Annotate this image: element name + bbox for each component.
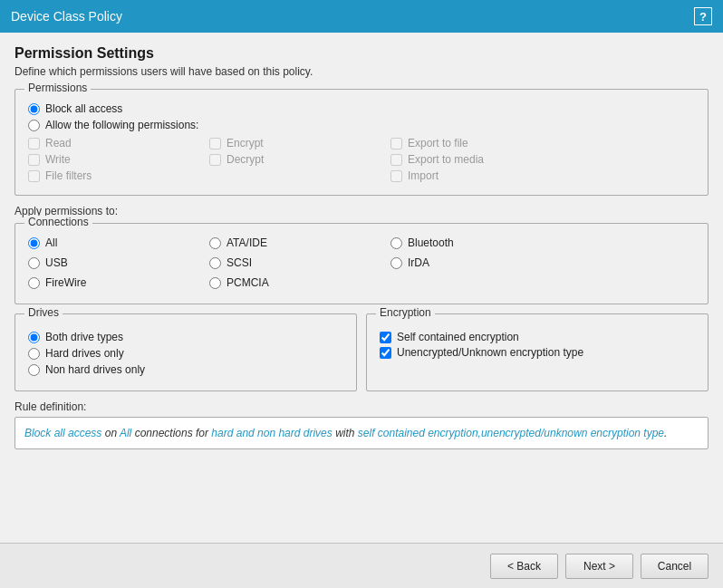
connections-group-label: Connections bbox=[24, 216, 92, 228]
connection-usb-label[interactable]: USB bbox=[45, 256, 68, 269]
unencrypted-checkbox[interactable] bbox=[380, 347, 391, 359]
drive-hard-label[interactable]: Hard drives only bbox=[45, 347, 124, 360]
rule-definition-label: Rule definition: bbox=[14, 400, 709, 413]
read-checkbox[interactable] bbox=[28, 138, 40, 149]
connection-all-radio[interactable] bbox=[28, 237, 40, 249]
export-file-label[interactable]: Export to file bbox=[408, 137, 468, 149]
rule-prefix: Block all access bbox=[24, 427, 101, 439]
drive-both-label[interactable]: Both drive types bbox=[45, 331, 123, 343]
allow-following-radio[interactable] bbox=[28, 120, 40, 131]
connection-all-label[interactable]: All bbox=[45, 236, 57, 249]
connection-scsi-label[interactable]: SCSI bbox=[227, 256, 252, 269]
encryption-group-label: Encryption bbox=[376, 306, 435, 319]
self-contained-label[interactable]: Self contained encryption bbox=[397, 331, 519, 343]
self-contained-checkbox[interactable] bbox=[380, 332, 391, 343]
permissions-group: Permissions Block all access Allow the f… bbox=[14, 89, 709, 196]
encrypt-checkbox[interactable] bbox=[209, 138, 221, 149]
cancel-button[interactable]: Cancel bbox=[641, 554, 709, 579]
apply-permissions-label: Apply permissions to: bbox=[14, 205, 709, 217]
connection-irda-label[interactable]: IrDA bbox=[408, 256, 429, 269]
title-bar-title: Device Class Policy bbox=[11, 9, 122, 24]
rule-def-text: Block all access on All connections for … bbox=[24, 427, 667, 439]
connection-ata-label[interactable]: ATA/IDE bbox=[227, 236, 267, 249]
write-label[interactable]: Write bbox=[45, 153, 71, 166]
rule-all: All bbox=[120, 427, 131, 439]
write-checkbox[interactable] bbox=[28, 154, 40, 166]
rule-on: on bbox=[101, 427, 120, 439]
drives-group-label: Drives bbox=[24, 306, 63, 319]
decrypt-checkbox[interactable] bbox=[209, 154, 221, 166]
export-media-checkbox[interactable] bbox=[390, 154, 402, 166]
rule-drive-type: hard and non hard drives bbox=[211, 427, 332, 439]
encryption-group: Encryption Self contained encryption Une… bbox=[366, 313, 709, 391]
allow-following-label[interactable]: Allow the following permissions: bbox=[45, 119, 198, 131]
read-label[interactable]: Read bbox=[45, 137, 72, 149]
drives-group: Drives Both drive types Hard drives only… bbox=[14, 313, 357, 391]
connection-pcmcia-radio[interactable] bbox=[209, 277, 221, 289]
connection-irda-radio[interactable] bbox=[390, 257, 402, 269]
drive-nonhard-label[interactable]: Non hard drives only bbox=[45, 363, 145, 376]
export-file-checkbox[interactable] bbox=[390, 138, 402, 149]
connection-ata-radio[interactable] bbox=[209, 237, 221, 249]
drive-hard-radio[interactable] bbox=[28, 348, 40, 360]
rule-with: with bbox=[333, 427, 358, 439]
bottom-panels: Drives Both drive types Hard drives only… bbox=[14, 313, 709, 391]
help-button[interactable]: ? bbox=[694, 7, 712, 25]
title-bar: Device Class Policy ? bbox=[0, 0, 723, 33]
page-title: Permission Settings bbox=[14, 45, 709, 62]
footer: < Back Next > Cancel bbox=[0, 543, 723, 588]
connection-firewire-label[interactable]: FireWire bbox=[45, 276, 86, 289]
permissions-group-label: Permissions bbox=[24, 82, 91, 94]
rule-enc-types: self contained encryption,unencrypted/un… bbox=[358, 427, 664, 439]
connection-usb-radio[interactable] bbox=[28, 257, 40, 269]
permissions-checkboxes: Read Encrypt Export to file Write Decryp… bbox=[28, 137, 695, 184]
file-filters-label[interactable]: File filters bbox=[45, 169, 92, 182]
import-checkbox[interactable] bbox=[390, 170, 402, 182]
content-area: Permission Settings Define which permiss… bbox=[0, 33, 723, 543]
block-all-radio[interactable] bbox=[28, 103, 40, 115]
connection-scsi-radio[interactable] bbox=[209, 257, 221, 269]
rule-connections-text: connections for bbox=[131, 427, 211, 439]
export-media-label[interactable]: Export to media bbox=[408, 153, 484, 166]
unencrypted-label[interactable]: Unencrypted/Unknown encryption type bbox=[397, 346, 583, 359]
rule-suffix: . bbox=[664, 427, 667, 439]
decrypt-label[interactable]: Decrypt bbox=[227, 153, 264, 166]
connections-group: Connections All ATA/IDE Bluetooth USB SC… bbox=[14, 223, 709, 304]
next-button[interactable]: Next > bbox=[565, 554, 633, 579]
connection-firewire-radio[interactable] bbox=[28, 277, 40, 289]
rule-definition-box: Block all access on All connections for … bbox=[14, 417, 709, 449]
connection-bluetooth-label[interactable]: Bluetooth bbox=[408, 236, 454, 249]
import-label[interactable]: Import bbox=[408, 169, 439, 182]
back-button[interactable]: < Back bbox=[490, 554, 558, 579]
encrypt-label[interactable]: Encrypt bbox=[227, 137, 264, 149]
block-all-label[interactable]: Block all access bbox=[45, 102, 122, 115]
drive-nonhard-radio[interactable] bbox=[28, 364, 40, 376]
drive-both-radio[interactable] bbox=[28, 332, 40, 343]
connection-bluetooth-radio[interactable] bbox=[390, 237, 402, 249]
file-filters-checkbox[interactable] bbox=[28, 170, 40, 182]
connection-pcmcia-label[interactable]: PCMCIA bbox=[227, 276, 269, 289]
page-subtitle: Define which permissions users will have… bbox=[14, 65, 709, 78]
